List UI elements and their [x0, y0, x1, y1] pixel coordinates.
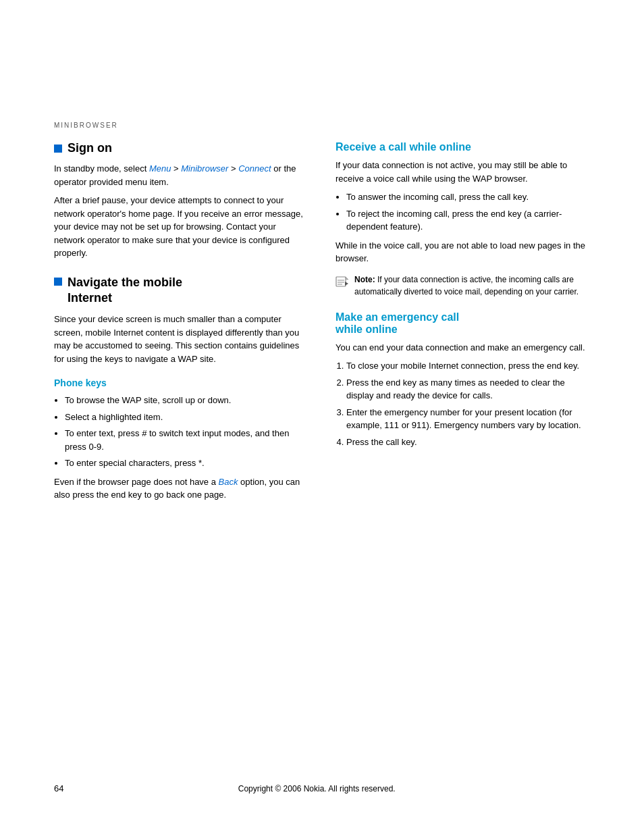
page-footer: 64 Copyright © 2006 Nokia. All rights re…	[54, 783, 590, 793]
sign-on-para1: In standby mode, select Menu > Minibrows…	[54, 162, 308, 188]
list-item: Select a highlighted item.	[65, 411, 308, 424]
list-item: Press the end key as many times as neede…	[346, 376, 590, 402]
note-text: Note: If your data connection is active,…	[354, 273, 590, 298]
navigate-mobile-heading: Navigate the mobile Internet	[54, 275, 308, 307]
menu-link[interactable]: Menu	[149, 163, 171, 174]
receive-call-heading: Receive a call while online	[336, 141, 590, 153]
right-column: Receive a call while online If your data…	[336, 141, 590, 454]
note-content: If your data connection is active, the i…	[354, 275, 579, 296]
two-column-layout: Sign on In standby mode, select Menu > M…	[54, 141, 590, 507]
content-area: Minibrowser Sign on In standby mode, sel…	[0, 0, 644, 548]
section-label: Minibrowser	[54, 122, 590, 129]
list-item: To close your mobile Internet connection…	[346, 359, 590, 373]
emergency-call-steps: To close your mobile Internet connection…	[346, 359, 590, 448]
list-item: To answer the incoming call, press the c…	[346, 190, 590, 204]
left-column: Sign on In standby mode, select Menu > M…	[54, 141, 308, 507]
navigate-mobile-para1: Since your device screen is much smaller…	[54, 313, 308, 365]
blue-square-icon	[54, 145, 62, 153]
note-label: Note:	[354, 275, 375, 284]
connect-link[interactable]: Connect	[238, 163, 271, 174]
sign-on-para2: After a brief pause, your device attempt…	[54, 194, 308, 260]
receive-call-list: To answer the incoming call, press the c…	[346, 190, 590, 234]
phone-keys-extra: Even if the browser page does not have a…	[54, 475, 308, 502]
emergency-call-heading: Make an emergency call while online	[336, 311, 590, 336]
page-number: 64	[54, 783, 63, 793]
minibrowser-link[interactable]: Minibrowser	[181, 163, 228, 174]
receive-call-para2: While in the voice call, you are not abl…	[336, 239, 590, 265]
svg-marker-6	[345, 282, 348, 286]
blue-square-icon-2	[54, 278, 62, 286]
phone-keys-list: To browse the WAP site, scroll up or dow…	[65, 394, 308, 470]
phone-keys-heading: Phone keys	[54, 377, 308, 388]
svg-rect-0	[336, 277, 346, 286]
list-item: Press the call key.	[346, 436, 590, 449]
copyright-text: Copyright © 2006 Nokia. All rights reser…	[63, 784, 570, 793]
receive-call-para1: If your data connection is not active, y…	[336, 159, 590, 185]
page: Minibrowser Sign on In standby mode, sel…	[0, 0, 644, 834]
note-icon	[336, 275, 349, 288]
sign-on-heading: Sign on	[54, 141, 308, 155]
list-item: To enter text, press # to switch text in…	[65, 427, 308, 453]
list-item: To enter special characters, press *.	[65, 457, 308, 470]
note-box: Note: If your data connection is active,…	[336, 273, 590, 298]
list-item: To reject the incoming call, press the e…	[346, 207, 590, 234]
list-item: Enter the emergency number for your pres…	[346, 406, 590, 432]
emergency-call-para1: You can end your data connection and mak…	[336, 341, 590, 355]
back-link[interactable]: Back	[219, 477, 238, 487]
list-item: To browse the WAP site, scroll up or dow…	[65, 394, 308, 407]
